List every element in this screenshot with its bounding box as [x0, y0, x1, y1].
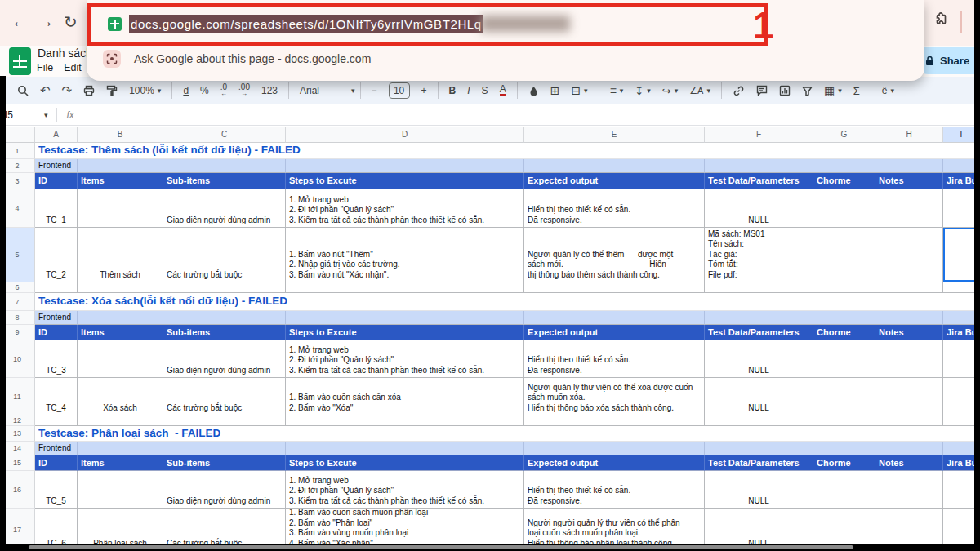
text-color-button[interactable]: A	[500, 85, 506, 96]
increase-font-size-button[interactable]: +	[421, 85, 427, 96]
cell-G8[interactable]	[813, 311, 875, 325]
currency-format-button[interactable]: đ	[183, 85, 189, 96]
text-rotation-button[interactable]: ∠A▾	[689, 86, 710, 96]
percent-format-button[interactable]: %	[200, 85, 209, 96]
cell-F2[interactable]	[705, 159, 813, 173]
cell-G2[interactable]	[813, 159, 875, 173]
cell-H10[interactable]	[875, 340, 943, 378]
cell-F15[interactable]: Test Data/Parameters	[705, 455, 813, 471]
cell-G10[interactable]	[813, 340, 875, 378]
cell-F4[interactable]: NULL	[705, 189, 813, 228]
font-size-input[interactable]: 10	[389, 82, 410, 99]
cell-A12[interactable]	[35, 415, 78, 426]
cell-C8[interactable]	[163, 311, 286, 325]
cell-C2[interactable]	[163, 159, 286, 173]
cell-D14[interactable]	[286, 442, 524, 455]
column-header-C[interactable]: C	[163, 127, 286, 143]
cell-G15[interactable]: Chorme	[813, 455, 875, 471]
print-icon[interactable]	[83, 85, 95, 96]
cell-A9[interactable]: ID	[35, 325, 78, 340]
cell-C4[interactable]: Giao diện người dùng admin	[163, 189, 286, 228]
document-title[interactable]: Danh sách	[38, 47, 87, 60]
cell-D12[interactable]	[286, 415, 524, 426]
cell-E15[interactable]: Expected output	[524, 455, 705, 471]
cell-H14[interactable]	[875, 442, 943, 455]
chevron-down-icon[interactable]: ▾	[44, 111, 48, 119]
cell-E4[interactable]: Hiển thị theo thiết kế có sẵn. Đã respon…	[524, 189, 705, 228]
strikethrough-button[interactable]: S	[482, 85, 488, 96]
cell-A3[interactable]: ID	[35, 173, 78, 189]
section-title-1[interactable]: Testcase: Thêm sách (lỗi kết nốt dữ liệu…	[35, 143, 980, 159]
cell-B16[interactable]	[78, 471, 163, 509]
cell-F16[interactable]: NULL	[705, 471, 813, 509]
menu-edit[interactable]: Edit	[64, 62, 82, 73]
column-header-A[interactable]: A	[35, 127, 78, 143]
cell-E16[interactable]: Hiển thị theo thiết kế có sẵn. Đã respon…	[524, 471, 705, 509]
cell-H8[interactable]	[875, 311, 943, 325]
cell-A14[interactable]: Frontend	[35, 442, 78, 455]
borders-icon[interactable]: ⊞	[550, 84, 560, 97]
number-format-button[interactable]: 123	[261, 85, 278, 96]
cell-E9[interactable]: Expected output	[524, 325, 705, 340]
cell-H3[interactable]: Notes	[875, 173, 943, 189]
cell-D9[interactable]: Steps to Excute	[286, 325, 524, 340]
menu-file[interactable]: File	[37, 62, 53, 73]
cell-B11[interactable]: Xóa sách	[78, 378, 163, 415]
cell-B4[interactable]	[78, 189, 163, 228]
cell-B8[interactable]	[78, 311, 163, 325]
increase-decimal-button[interactable]: .00→	[238, 84, 250, 97]
cell-F14[interactable]	[705, 442, 813, 455]
cell-B15[interactable]: Items	[78, 455, 163, 471]
cell-H5[interactable]	[875, 228, 943, 282]
cell-E3[interactable]: Expected output	[524, 173, 705, 189]
vertical-align-button[interactable]: ↧▾	[635, 85, 650, 97]
cell-H9[interactable]: Notes	[875, 325, 943, 340]
decrease-font-size-button[interactable]: −	[372, 85, 377, 96]
cell-F11[interactable]: NULL	[705, 378, 813, 415]
cell-B6[interactable]	[78, 282, 163, 293]
horizontal-align-button[interactable]: ≡▾	[610, 84, 624, 97]
ask-google-suggestion[interactable]: Ask Google about this page - docs.google…	[103, 47, 371, 71]
cell-H6[interactable]	[875, 282, 943, 293]
cell-E14[interactable]	[524, 442, 705, 455]
insert-link-icon[interactable]	[733, 85, 745, 97]
cell-D3[interactable]: Steps to Excute	[286, 173, 524, 189]
cell-F3[interactable]: Test Data/Parameters	[705, 173, 813, 189]
font-family-select[interactable]: Arial	[300, 85, 342, 96]
cell-B3[interactable]: Items	[78, 173, 163, 189]
column-header-E[interactable]: E	[524, 127, 705, 143]
cell-A2[interactable]: Frontend	[35, 159, 78, 173]
extensions-icon[interactable]	[933, 11, 951, 32]
cell-H12[interactable]	[875, 415, 943, 426]
cell-D8[interactable]	[286, 311, 524, 325]
column-header-H[interactable]: H	[875, 127, 943, 143]
cell-G16[interactable]	[813, 471, 875, 509]
cell-H15[interactable]: Notes	[875, 455, 943, 471]
cell-H11[interactable]	[875, 378, 943, 415]
cell-F12[interactable]	[705, 415, 813, 426]
cell-C15[interactable]: Sub-items	[163, 455, 286, 471]
cell-E11[interactable]: Người quản lý thư viện có thể xóa được c…	[524, 378, 705, 415]
merge-cells-icon[interactable]: ⊟▾	[571, 84, 587, 97]
video-scrubber[interactable]	[29, 545, 853, 549]
cell-E5[interactable]: Người quản lý có thể thêm được một sách …	[524, 228, 705, 282]
share-button[interactable]: Share ▾	[915, 47, 980, 74]
cell-G12[interactable]	[813, 415, 875, 426]
cell-D6[interactable]	[286, 282, 524, 293]
cell-B5[interactable]: Thêm sách	[78, 228, 163, 282]
cell-D4[interactable]: 1. Mở trang web 2. Đi tới phần "Quản lý …	[286, 189, 524, 228]
cell-B12[interactable]	[78, 415, 163, 426]
cell-C12[interactable]	[163, 415, 286, 426]
reload-icon[interactable]: ↻	[64, 12, 78, 32]
cell-H2[interactable]	[875, 159, 943, 173]
column-header-D[interactable]: D	[286, 127, 524, 143]
cell-C5[interactable]: Các trường bắt buộc	[163, 228, 286, 282]
back-icon[interactable]: ←	[11, 12, 28, 31]
cell-C14[interactable]	[163, 442, 286, 455]
cell-G14[interactable]	[813, 442, 875, 455]
cell-D11[interactable]: 1. Bấm vào cuốn sách cần xóa 2. Bấm vào …	[286, 378, 524, 415]
functions-button[interactable]: Σ	[853, 85, 860, 97]
name-box[interactable]: I5	[5, 109, 44, 121]
cell-C16[interactable]: Giao diện người dùng admin	[163, 471, 286, 509]
zoom-select[interactable]: 100%▾	[129, 85, 161, 96]
